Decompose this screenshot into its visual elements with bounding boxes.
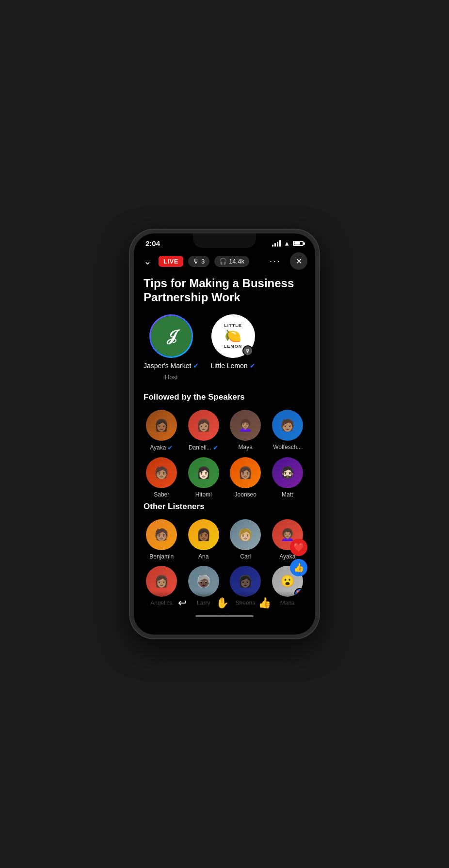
list-item[interactable]: 🧑🏼 Carl <box>227 519 264 560</box>
saber-name: Saber <box>154 491 169 498</box>
benjamin-avatar: 🧑🏽 <box>146 519 177 550</box>
hitomi-name: Hitomi <box>195 491 212 498</box>
toolbar: ⌄ LIVE 🎙 3 🎧 14.4k ··· ✕ <box>134 249 315 273</box>
joonseo-name: Joonseo <box>235 491 257 498</box>
raise-hand-button[interactable]: ✋ <box>216 597 229 609</box>
carl-name: Carl <box>240 553 251 560</box>
floating-like-reaction: 👍 <box>290 559 307 576</box>
maya-avatar: 👩🏽‍🦱 <box>230 410 261 441</box>
list-item[interactable]: 👩🏽 Joonseo <box>227 457 264 498</box>
floating-heart-reaction: ❤️ <box>290 539 307 556</box>
like-button[interactable]: 👍 <box>258 597 271 609</box>
time: 2:04 <box>145 239 160 248</box>
matt-name: Matt <box>282 491 293 498</box>
list-item[interactable]: 🧑🏽 Saber <box>144 457 180 498</box>
content-area: Tips for Making a Business Partnership W… <box>134 273 315 620</box>
lemon-verified-icon: ✔ <box>250 362 256 370</box>
jasper-role: Host <box>165 373 178 381</box>
danielle-name: Daniell... ✔ <box>189 444 219 451</box>
jasper-avatar: 𝒥 <box>151 316 192 356</box>
ayaka-name: Ayaka ✔ <box>150 444 173 451</box>
wolfesch-avatar: 🧑🏽 <box>272 410 303 441</box>
maya-name: Maya <box>239 444 253 450</box>
ana-avatar: 👩🏾 <box>188 519 219 550</box>
lemon-name: Little Lemon ✔ <box>210 362 255 370</box>
signal-icon <box>272 240 281 247</box>
followed-section-title: Followed by the Speakers <box>144 392 305 402</box>
mic-count-badge: 🎙 3 <box>188 256 209 267</box>
home-indicator <box>195 615 254 617</box>
list-item[interactable]: 🧑🏽 Wolfesch... <box>270 410 306 451</box>
jasper-verified-icon: ✔ <box>193 362 199 370</box>
lemon-avatar-wrap: LITTLE 🍋 LEMON 🎙 <box>211 314 255 358</box>
jasper-avatar-image: 𝒥 <box>151 316 192 356</box>
bottom-actions: ↩ ✋ 👍 <box>168 591 281 609</box>
list-item[interactable]: 🧔🏻 Matt <box>270 457 306 498</box>
jasper-name: Jasper's Market ✔ <box>144 362 199 370</box>
list-item[interactable]: 👩🏽‍🦱 Maya <box>227 410 264 451</box>
followed-grid: 👩🏾 Ayaka ✔ 👩🏽 Daniell... ✔ <box>144 410 305 498</box>
more-button[interactable]: ··· <box>266 254 285 268</box>
battery-icon <box>293 241 304 246</box>
list-item[interactable]: 👩🏽 Daniell... ✔ <box>186 410 222 451</box>
followed-section: Followed by the Speakers 👩🏾 Ayaka ✔ 👩🏽 D… <box>144 392 305 498</box>
bottom-bar: ↩ ✋ 👍 <box>134 591 315 635</box>
list-item[interactable]: 👩🏾 Ana <box>186 519 222 560</box>
matt-avatar: 🧔🏻 <box>272 457 303 488</box>
wolfesch-name: Wolfesch... <box>273 444 302 450</box>
status-bar: 2:04 ▲ <box>134 233 315 249</box>
saber-avatar: 🧑🏽 <box>146 457 177 488</box>
muted-icon: 🎙 <box>242 345 253 356</box>
jasper-avatar-wrap: 𝒥 <box>149 314 193 358</box>
speaker-lemon[interactable]: LITTLE 🍋 LEMON 🎙 Little Lemon ✔ <box>210 314 255 381</box>
status-icons: ▲ <box>272 240 304 247</box>
lemon-logo: LITTLE 🍋 LEMON <box>224 323 242 349</box>
hitomi-avatar: 👩🏻 <box>188 457 219 488</box>
chevron-down-button[interactable]: ⌄ <box>142 253 154 269</box>
list-item[interactable]: 🧑🏽 Benjamin <box>144 519 180 560</box>
speaker-jasper[interactable]: 𝒥 Jasper's Market ✔ Host <box>144 314 199 381</box>
room-title: Tips for Making a Business Partnership W… <box>144 277 305 305</box>
listeners-section-title: Other Listeners <box>144 502 305 512</box>
floating-reactions: ❤️ 👍 <box>290 539 307 576</box>
share-button[interactable]: ↩ <box>178 597 187 609</box>
list-item[interactable]: 👩🏻 Hitomi <box>186 457 222 498</box>
speakers-row: 𝒥 Jasper's Market ✔ Host <box>144 314 305 381</box>
headphone-count-badge: 🎧 14.4k <box>214 256 249 267</box>
close-button[interactable]: ✕ <box>290 252 307 270</box>
phone-frame: 2:04 ▲ ⌄ LIVE 🎙 3 <box>130 230 319 638</box>
mic-count: 3 <box>201 258 205 265</box>
headphone-count: 14.4k <box>229 258 244 265</box>
mic-icon: 🎙 <box>193 258 199 265</box>
joonseo-avatar: 👩🏽 <box>230 457 261 488</box>
ana-name: Ana <box>198 553 208 560</box>
live-badge: LIVE <box>159 256 183 267</box>
list-item[interactable]: 👩🏾 Ayaka ✔ <box>144 410 180 451</box>
ayaka-avatar: 👩🏾 <box>146 410 177 441</box>
headphone-icon: 🎧 <box>219 258 227 265</box>
carl-avatar: 🧑🏼 <box>230 519 261 550</box>
benjamin-name: Benjamin <box>149 553 174 560</box>
wifi-icon: ▲ <box>284 240 290 247</box>
screen: 2:04 ▲ ⌄ LIVE 🎙 3 <box>134 233 315 635</box>
danielle-avatar: 👩🏽 <box>188 410 219 441</box>
